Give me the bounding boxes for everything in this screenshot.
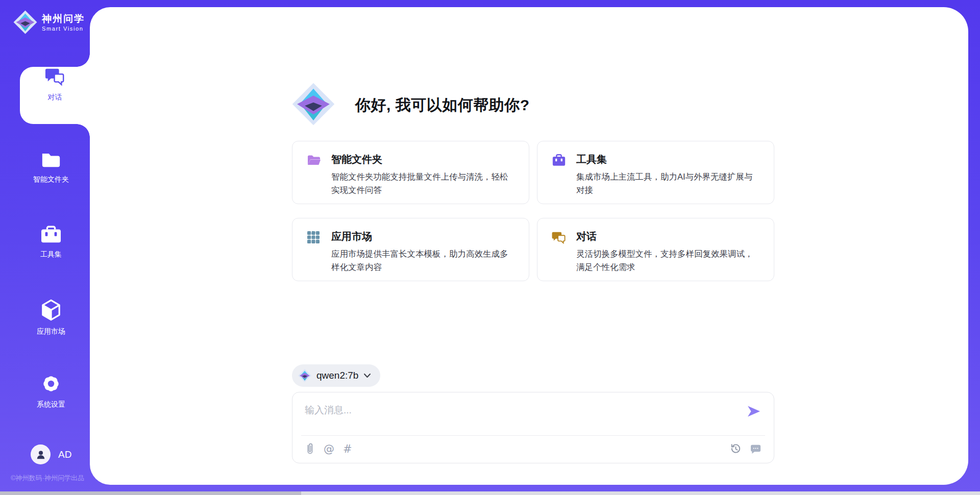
message-composer: @ #	[292, 392, 774, 463]
folder-open-icon	[307, 153, 321, 204]
card-description: 智能文件夹功能支持批量文件上传与清洗，轻松实现文件问答	[331, 170, 516, 196]
card-chat[interactable]: 对话 灵活切换多模型文件，支持多样回复效果调试，满足个性化需求	[537, 218, 774, 281]
brand-diamond-logo	[13, 10, 37, 34]
card-title: 工具集	[576, 153, 761, 166]
toolbox-icon	[552, 153, 566, 204]
card-description: 集成市场上主流工具，助力AI与外界无缝扩展与对接	[576, 170, 761, 196]
sidebar-item-label: 系统设置	[11, 400, 91, 409]
sidebar-item-label: 工具集	[11, 250, 91, 259]
brand-name: 神州问学	[42, 13, 85, 25]
chat-bubbles-icon	[44, 80, 66, 89]
history-icon[interactable]	[729, 442, 742, 455]
active-tab-top-notch	[77, 54, 90, 67]
card-smart-folder[interactable]: 智能文件夹 智能文件夹功能支持批量文件上传与清洗，轻松实现文件问答	[292, 141, 529, 204]
attachment-icon[interactable]	[305, 442, 315, 455]
user-name: AD	[58, 449, 71, 460]
chevron-down-icon	[363, 373, 371, 378]
app-grid-icon	[307, 230, 321, 281]
card-toolset[interactable]: 工具集 集成市场上主流工具，助力AI与外界无缝扩展与对接	[537, 141, 774, 204]
message-input[interactable]	[305, 403, 662, 418]
sidebar: 神州问学 Smart Vision 对话 智能文件夹	[0, 0, 90, 495]
avatar	[31, 444, 51, 464]
send-icon[interactable]	[746, 404, 762, 419]
brand-subtitle: Smart Vision	[42, 25, 85, 32]
sidebar-item-label: 对话	[20, 93, 90, 102]
active-tab-bottom-notch	[77, 124, 90, 137]
gear-icon	[40, 373, 62, 397]
composer-left-tools: @ #	[305, 442, 352, 455]
cube-icon	[40, 299, 62, 324]
sidebar-footer-credit: ©神州数码·神州问学出品	[0, 474, 95, 483]
greeting-title: 你好, 我可以如何帮助你?	[355, 95, 530, 116]
brand-logo: 神州问学 Smart Vision	[13, 10, 85, 34]
sidebar-item-smart-folder[interactable]: 智能文件夹	[11, 151, 91, 184]
sidebar-item-label: 智能文件夹	[11, 175, 91, 184]
composer-divider	[301, 435, 765, 436]
sidebar-item-settings[interactable]: 系统设置	[11, 373, 91, 409]
brand-diamond-logo-small	[298, 369, 311, 382]
sidebar-item-toolset[interactable]: 工具集	[11, 225, 91, 259]
model-name: qwen2:7b	[316, 370, 358, 381]
model-selector[interactable]: qwen2:7b	[292, 364, 380, 387]
horizontal-scrollbar[interactable]	[0, 491, 980, 495]
at-mention-icon[interactable]: @	[324, 443, 334, 455]
chat-bubble-icon[interactable]	[750, 443, 762, 454]
chat-bubbles-icon	[552, 230, 566, 281]
card-description: 灵活切换多模型文件，支持多样回复效果调试，满足个性化需求	[576, 247, 761, 274]
feature-cards: 智能文件夹 智能文件夹功能支持批量文件上传与清洗，轻松实现文件问答 工具集 集成…	[292, 141, 774, 281]
card-title: 对话	[576, 230, 761, 243]
composer-right-tools	[729, 442, 762, 455]
brand-diamond-logo-large	[292, 83, 335, 128]
card-app-market[interactable]: 应用市场 应用市场提供丰富长文本模板，助力高效生成多样化文章内容	[292, 218, 529, 281]
card-description: 应用市场提供丰富长文本模板，助力高效生成多样化文章内容	[331, 247, 516, 274]
toolbox-icon	[40, 225, 62, 246]
greeting-block: 你好, 我可以如何帮助你?	[292, 83, 530, 128]
folder-icon	[40, 151, 62, 171]
sidebar-item-label: 应用市场	[11, 327, 91, 336]
hash-icon[interactable]: #	[343, 443, 352, 455]
sidebar-item-chat[interactable]: 对话	[20, 67, 90, 124]
user-profile[interactable]: AD	[31, 444, 71, 464]
card-title: 智能文件夹	[331, 153, 516, 166]
main-content-panel: 你好, 我可以如何帮助你? 智能文件夹 智能文件夹功能支持批量文件上传与清洗，轻…	[90, 7, 968, 485]
sidebar-item-app-market[interactable]: 应用市场	[11, 299, 91, 336]
card-title: 应用市场	[331, 230, 516, 243]
horizontal-scrollbar-thumb[interactable]	[0, 491, 301, 495]
